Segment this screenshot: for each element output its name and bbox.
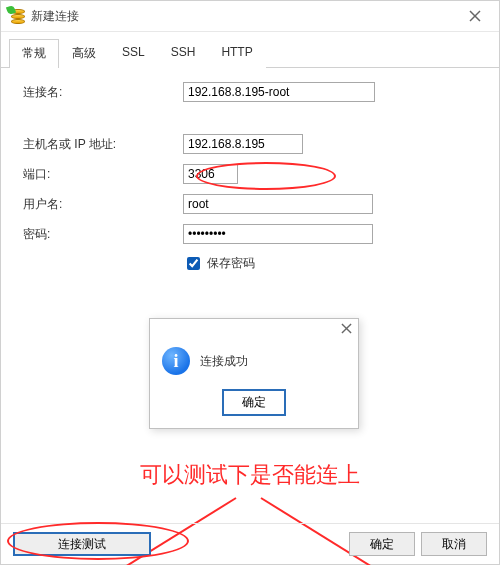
tab-general[interactable]: 常规 bbox=[9, 39, 59, 68]
save-pass-checkbox[interactable] bbox=[187, 257, 200, 270]
cancel-button[interactable]: 取消 bbox=[421, 532, 487, 556]
tab-http[interactable]: HTTP bbox=[208, 39, 265, 68]
footer: 连接测试 确定 取消 bbox=[1, 523, 499, 564]
pass-label: 密码: bbox=[23, 226, 133, 243]
tab-ssh[interactable]: SSH bbox=[158, 39, 209, 68]
conn-name-input[interactable] bbox=[183, 82, 375, 102]
port-input[interactable] bbox=[183, 164, 238, 184]
port-label: 端口: bbox=[23, 166, 133, 183]
tab-content: 连接名: 主机名或 IP 地址: 端口: 用户名: 密码: 保存密码 bbox=[1, 68, 499, 541]
tab-advanced[interactable]: 高级 bbox=[59, 39, 109, 68]
app-icon bbox=[9, 8, 25, 24]
title-bar: 新建连接 bbox=[1, 1, 499, 32]
user-label: 用户名: bbox=[23, 196, 133, 213]
conn-name-label: 连接名: bbox=[23, 84, 133, 101]
pass-input[interactable] bbox=[183, 224, 373, 244]
tab-bar: 常规 高级 SSL SSH HTTP bbox=[1, 32, 499, 68]
annotation-text: 可以测试下是否能连上 bbox=[1, 460, 499, 490]
user-input[interactable] bbox=[183, 194, 373, 214]
message-text: 连接成功 bbox=[200, 353, 248, 370]
tab-ssl[interactable]: SSL bbox=[109, 39, 158, 68]
message-box: i 连接成功 确定 bbox=[149, 318, 359, 429]
ok-button[interactable]: 确定 bbox=[349, 532, 415, 556]
dialog-window: 新建连接 常规 高级 SSL SSH HTTP 连接名: 主机名或 IP 地址:… bbox=[0, 0, 500, 565]
close-icon[interactable] bbox=[341, 323, 352, 337]
host-input[interactable] bbox=[183, 134, 303, 154]
host-label: 主机名或 IP 地址: bbox=[23, 136, 133, 153]
window-title: 新建连接 bbox=[31, 8, 455, 25]
message-box-titlebar bbox=[150, 319, 358, 341]
message-ok-button[interactable]: 确定 bbox=[222, 389, 286, 416]
info-icon: i bbox=[162, 347, 190, 375]
save-pass-label: 保存密码 bbox=[207, 255, 255, 272]
close-icon[interactable] bbox=[455, 1, 495, 31]
test-connection-button[interactable]: 连接测试 bbox=[13, 532, 151, 556]
